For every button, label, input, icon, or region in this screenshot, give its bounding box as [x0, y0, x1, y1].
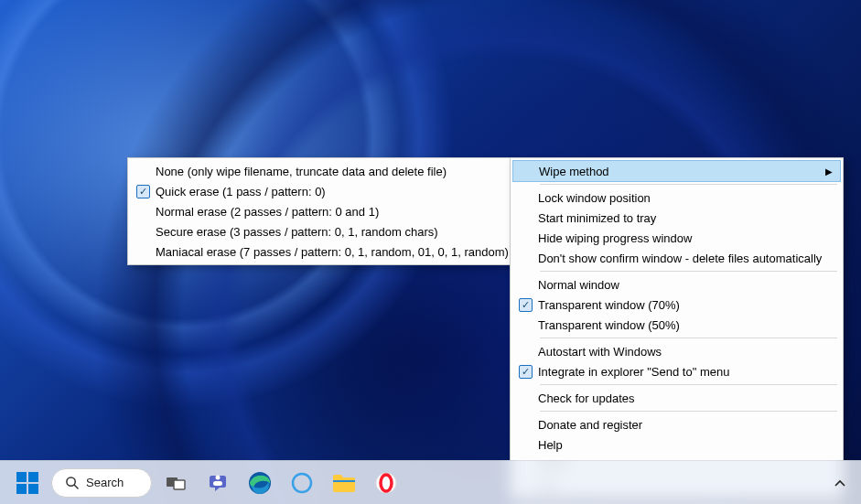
task-view-icon [166, 475, 186, 491]
menu-item-label: Quick erase (1 pass / pattern: 0) [156, 185, 326, 198]
svg-rect-3 [174, 480, 185, 489]
svg-point-8 [293, 474, 311, 492]
menu-item-label: Transparent window (70%) [538, 298, 680, 312]
menu-item[interactable]: Autostart with Windows [512, 341, 841, 361]
check-icon: ✓ [519, 298, 533, 312]
edge-icon [248, 471, 272, 495]
wipe-method-option[interactable]: ✓Quick erase (1 pass / pattern: 0) [130, 181, 509, 201]
tray-overflow-button[interactable] [828, 471, 852, 495]
menu-separator [540, 411, 837, 412]
menu-item[interactable]: Lock window position [512, 188, 841, 208]
menu-item-label: None (only wipe filename, truncate data … [156, 165, 447, 178]
menu-item-label: Wipe method [539, 165, 609, 178]
wipe-method-submenu: None (only wipe filename, truncate data … [127, 157, 511, 265]
menu-item-label: Secure erase (3 passes / pattern: 0, 1, … [156, 225, 438, 239]
menu-item-label: Help [538, 438, 563, 452]
chat-button[interactable] [199, 465, 236, 501]
menu-check-column: ✓ [512, 365, 538, 379]
menu-item[interactable]: Normal window [512, 274, 841, 295]
menu-item[interactable]: Transparent window (50%) [512, 315, 841, 335]
svg-point-5 [216, 475, 221, 479]
opera-button[interactable] [368, 465, 404, 501]
menu-separator [540, 384, 837, 385]
windows-logo-icon [16, 472, 38, 494]
wipe-method-option[interactable]: Normal erase (2 passes / pattern: 0 and … [130, 201, 509, 221]
check-icon: ✓ [136, 185, 150, 198]
menu-item[interactable]: Wipe method▶ [512, 160, 841, 182]
menu-item-label: Donate and register [538, 418, 642, 432]
svg-rect-6 [213, 481, 222, 486]
menu-separator [540, 338, 837, 338]
edge-button[interactable] [242, 465, 278, 501]
wipe-method-option[interactable]: Maniacal erase (7 passes / pattern: 0, 1… [130, 241, 509, 262]
menu-item-label: Lock window position [538, 191, 651, 205]
svg-line-1 [74, 485, 78, 488]
menu-item-label: Integrate in explorer "Send to" menu [538, 365, 729, 379]
taskbar-search[interactable]: Search [51, 468, 152, 498]
menu-item[interactable]: ✓Integrate in explorer "Send to" menu [512, 361, 841, 381]
wipe-method-option[interactable]: None (only wipe filename, truncate data … [130, 161, 509, 181]
menu-item-label: Don't show confirm window - delete files… [538, 252, 822, 265]
submenu-arrow-icon: ▶ [825, 166, 833, 177]
search-icon [65, 476, 79, 489]
taskbar-search-label: Search [86, 476, 124, 489]
menu-item-label: Check for updates [538, 391, 635, 405]
file-explorer-button[interactable] [326, 465, 362, 501]
cortana-button[interactable] [284, 465, 320, 501]
menu-check-column: ✓ [512, 298, 538, 312]
tray-context-menu: Wipe method▶Lock window positionStart mi… [510, 157, 844, 499]
check-icon: ✓ [519, 365, 533, 379]
opera-icon [375, 472, 397, 494]
task-view-button[interactable] [157, 465, 194, 501]
menu-check-column: ✓ [130, 185, 156, 198]
menu-item-label: Hide wiping progress window [538, 231, 692, 245]
chevron-up-icon [834, 479, 845, 487]
menu-item-label: Start minimized to tray [538, 211, 656, 225]
taskbar: Search [0, 460, 861, 504]
menu-item-label: Normal window [538, 278, 619, 292]
menu-item-label: Autostart with Windows [538, 345, 662, 359]
chat-icon [207, 472, 229, 494]
menu-item[interactable]: ✓Transparent window (70%) [512, 295, 841, 315]
menu-separator [540, 184, 837, 185]
menu-item[interactable]: Start minimized to tray [512, 208, 841, 228]
menu-item-label: Normal erase (2 passes / pattern: 0 and … [156, 205, 379, 219]
menu-item[interactable]: Help [512, 434, 841, 455]
menu-item-label: Transparent window (50%) [538, 318, 680, 332]
menu-item[interactable]: Check for updates [512, 388, 841, 408]
start-button[interactable] [9, 465, 46, 501]
svg-rect-9 [333, 480, 355, 482]
menu-separator [540, 271, 837, 272]
folder-icon [332, 473, 356, 493]
cortana-icon [291, 472, 313, 494]
wipe-method-option[interactable]: Secure erase (3 passes / pattern: 0, 1, … [130, 221, 509, 241]
menu-item-label: Maniacal erase (7 passes / pattern: 0, 1… [156, 245, 509, 259]
menu-item[interactable]: Hide wiping progress window [512, 228, 841, 248]
menu-item[interactable]: Donate and register [512, 414, 841, 434]
menu-item[interactable]: Don't show confirm window - delete files… [512, 248, 841, 268]
